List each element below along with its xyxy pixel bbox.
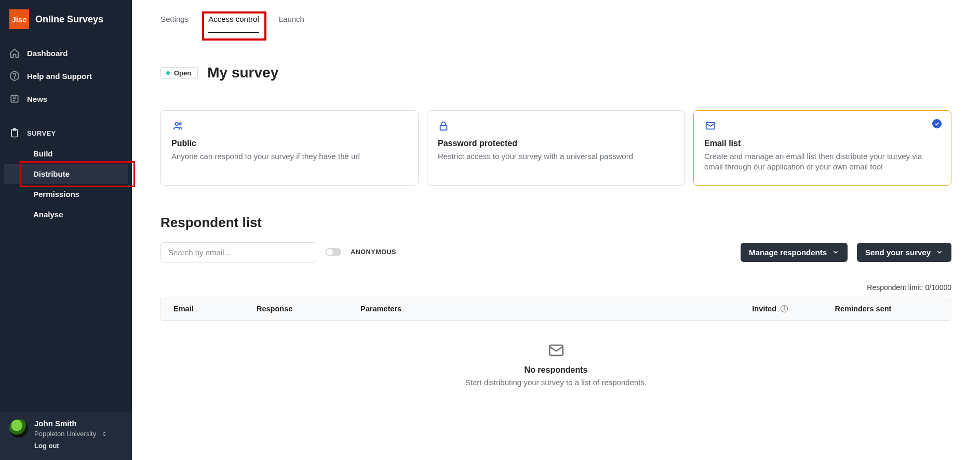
th-invited: Invited i: [516, 305, 788, 313]
chevron-down-icon: [832, 248, 839, 256]
nav-section-head-survey: SURVEY: [0, 123, 132, 143]
tab-settings[interactable]: Settings: [160, 15, 189, 33]
help-icon: [9, 71, 20, 81]
th-email: Email: [173, 305, 257, 313]
empty-title: No respondents: [160, 365, 951, 375]
subnav-item-distribute-wrap: Distribute: [0, 164, 132, 184]
account-org: Poppleton University: [34, 430, 96, 438]
anonymous-toggle[interactable]: [326, 248, 341, 256]
card-email[interactable]: Email list Create and manage an email li…: [693, 110, 951, 186]
page-title: My survey: [207, 64, 278, 81]
respondent-section-title: Respondent list: [160, 215, 951, 231]
card-password-title: Password protected: [438, 139, 674, 148]
main: Settings Access control Launch Open My s…: [132, 0, 980, 460]
subnav-item-permissions[interactable]: Permissions: [0, 184, 132, 204]
table-header: Email Response Parameters Invited i Remi…: [161, 297, 951, 320]
search-input[interactable]: [160, 242, 316, 262]
subnav-item-analyse[interactable]: Analyse: [0, 204, 132, 225]
svg-rect-7: [440, 125, 447, 130]
account-info: John Smith Poppleton University Log out: [34, 419, 123, 450]
info-icon[interactable]: i: [781, 305, 788, 312]
respondent-toolbar: ANONYMOUS Manage respondents Send your s…: [160, 242, 951, 262]
respondent-table: Email Response Parameters Invited i Remi…: [160, 297, 951, 321]
svg-point-1: [15, 78, 15, 78]
empty-desc: Start distributing your survey to a list…: [160, 378, 951, 387]
nav-label-dashboard: Dashboard: [27, 49, 68, 58]
manage-respondents-button[interactable]: Manage respondents: [741, 243, 848, 262]
anonymous-label: ANONYMOUS: [351, 248, 396, 256]
status-badge: Open: [160, 67, 198, 79]
tabs: Settings Access control Launch: [160, 0, 951, 33]
survey-subnav: Build Distribute Permissions Analyse: [0, 143, 132, 225]
svg-point-5: [176, 123, 179, 126]
subnav-item-build[interactable]: Build: [0, 143, 132, 164]
brand: Jisc Online Surveys: [0, 0, 132, 42]
account-org-row[interactable]: Poppleton University: [34, 430, 123, 438]
brand-logo: Jisc: [9, 9, 29, 29]
status-dot-icon: [166, 71, 170, 75]
clipboard-icon: [9, 128, 20, 138]
nav-section-label: SURVEY: [27, 129, 56, 137]
chevron-down-icon: [936, 248, 943, 256]
card-password-desc: Restrict access to your survey with a un…: [438, 151, 674, 162]
card-public[interactable]: Public Anyone can respond to your survey…: [160, 110, 419, 186]
respondent-limit: Respondent limit: 0/10000: [160, 283, 951, 292]
brand-name: Online Surveys: [35, 14, 103, 25]
card-password[interactable]: Password protected Restrict access to yo…: [427, 110, 685, 186]
manage-respondents-label: Manage respondents: [749, 248, 827, 257]
lock-icon: [438, 120, 450, 133]
primary-nav: Dashboard Help and Support News: [0, 42, 132, 110]
empty-state: No respondents Start distributing your s…: [160, 321, 951, 403]
tab-launch[interactable]: Launch: [279, 15, 304, 33]
logout-link[interactable]: Log out: [34, 442, 123, 450]
highlight-access-control: [202, 11, 266, 41]
page-head: Open My survey: [160, 64, 951, 81]
tab-access-control[interactable]: Access control: [208, 15, 259, 33]
avatar: [9, 419, 28, 438]
nav-section-survey: SURVEY Build Distribute Permissions Anal…: [0, 123, 132, 225]
users-icon: [171, 120, 184, 133]
nav-item-dashboard[interactable]: Dashboard: [0, 42, 132, 64]
card-public-desc: Anyone can respond to your survey if the…: [171, 151, 408, 162]
subnav-item-distribute[interactable]: Distribute: [4, 164, 128, 184]
th-response: Response: [257, 305, 360, 313]
mail-icon: [547, 341, 565, 359]
mail-icon: [704, 120, 717, 133]
th-invited-label: Invited: [752, 305, 776, 313]
nav-item-news[interactable]: News: [0, 87, 132, 110]
card-email-desc: Create and manage an email list then dis…: [704, 151, 941, 173]
nav-label-help: Help and Support: [27, 72, 92, 81]
home-icon: [9, 48, 20, 58]
card-email-title: Email list: [704, 139, 941, 148]
th-parameters: Parameters: [360, 305, 516, 313]
check-icon: [932, 119, 942, 128]
send-survey-button[interactable]: Send your survey: [857, 243, 951, 262]
sidebar: Jisc Online Surveys Dashboard Help and S…: [0, 0, 132, 460]
nav-label-news: News: [27, 95, 47, 103]
access-cards: Public Anyone can respond to your survey…: [160, 110, 951, 186]
th-reminders: Reminders sent: [788, 305, 938, 313]
status-text: Open: [174, 69, 191, 77]
card-public-title: Public: [171, 139, 408, 148]
send-survey-label: Send your survey: [865, 248, 931, 257]
nav-item-help[interactable]: Help and Support: [0, 64, 132, 87]
news-icon: [9, 94, 20, 104]
svg-point-6: [179, 123, 181, 125]
account-name: John Smith: [34, 419, 123, 428]
sort-icon: [101, 431, 108, 437]
account-card: John Smith Poppleton University Log out: [0, 412, 132, 460]
